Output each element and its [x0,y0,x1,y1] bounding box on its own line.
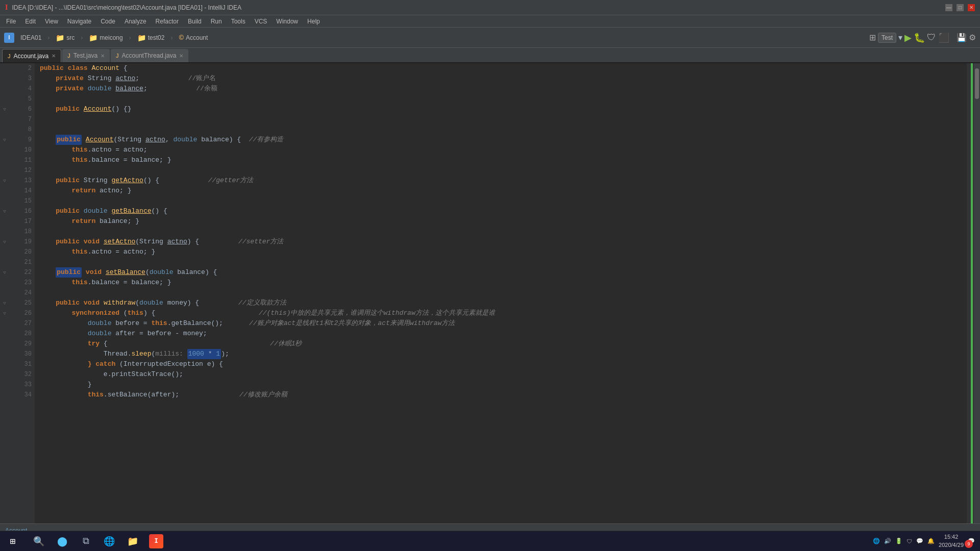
fold-marker-22[interactable]: ▽ [0,267,9,278]
menu-file[interactable]: File [2,17,20,26]
menu-build[interactable]: Build [184,17,206,26]
grid-icon[interactable]: ⊞ [869,33,876,42]
code-line-3: private String actno; //账户名 [40,73,962,84]
menu-view[interactable]: View [41,17,62,26]
breadcrumb-meicong[interactable]: 📁 meicong [86,33,126,43]
vertical-scrollbar[interactable] [974,63,980,523]
line-num-4: 4 [12,84,32,94]
gutter-change-bar [971,63,973,523]
menu-refactor[interactable]: Refactor [152,17,183,26]
code-line-9: public Account(String actno, double bala… [40,135,962,145]
meicong-label: meicong [100,34,122,41]
maximize-button[interactable]: □ [957,4,964,11]
debug-button[interactable]: 🐛 [914,32,925,43]
code-line-34: this.setBalance(after); //修改账户余额 [40,390,962,400]
taskbar-antivirus-icon: 🛡 [906,538,912,544]
taskbar-intellij[interactable]: I [145,531,167,552]
code-line-29: try { //休眠1秒 [40,339,962,349]
line-num-20: 20 [12,247,32,257]
code-line-8 [40,124,962,135]
taskbar-search[interactable]: 🔍 [28,531,50,552]
tab-test-java[interactable]: J Test.java ✕ [62,49,110,62]
menu-help[interactable]: Help [303,17,324,26]
scrollbar-thumb[interactable] [975,68,979,99]
menu-vcs[interactable]: VCS [251,17,272,26]
tab-accountthread-java[interactable]: J AccountThread.java ✕ [111,49,188,62]
start-button[interactable]: ⊞ [0,531,26,552]
taskbar-right: 🌐 🔊 🔋 🛡 💬 🔔 15:42 2020/4/29 💬 9 [868,533,980,549]
taskbar-datetime[interactable]: 15:42 2020/4/29 [939,533,964,549]
tab-close-account[interactable]: ✕ [52,53,56,59]
breadcrumb-sep-3: › [129,34,131,41]
code-line-7 [40,114,962,124]
fold-marker-6[interactable]: ▽ [0,104,9,114]
menu-run[interactable]: Run [207,17,226,26]
menu-window[interactable]: Window [272,17,302,26]
fold-marker-13[interactable]: ▽ [0,176,9,186]
code-line-30: Thread.sleep(millis: 1000 * 1); [40,349,962,359]
code-line-13: public String getActno() { //getter方法 [40,176,962,186]
menu-analyze[interactable]: Analyze [120,17,151,26]
line-num-3: 3 [12,73,32,84]
chevron-down-icon[interactable]: ▾ [898,33,902,42]
taskbar-explorer[interactable]: 📁 [121,531,144,552]
notification-area[interactable]: 💬 9 [968,538,975,544]
code-line-17: return balance; } [40,216,962,227]
line-num-29: 29 [12,339,32,349]
taskbar-network-icon: 🌐 [873,538,880,544]
breadcrumb-account[interactable]: © Account [176,33,211,42]
code-area[interactable]: public class Account { private String ac… [35,63,967,523]
fold-gutter: ▽ ▽ ▽ ▽ ▽ ▽ ▽ ▽ [0,63,9,523]
line-num-12: 12 [12,165,32,176]
taskbar-cortana[interactable]: ⬤ [51,531,74,552]
stop-button[interactable]: ⬛ [938,32,949,43]
notification-badge: 9 [965,540,973,548]
account-label: Account [186,34,208,41]
menu-tools[interactable]: Tools [227,17,250,26]
run-config-label: Test [878,33,896,43]
taskbar-browser[interactable]: 🌐 [98,531,120,552]
code-line-2: public class Account { [40,63,962,73]
fold-marker-25[interactable]: ▽ [0,298,9,308]
tab-label-test: Test.java [74,52,97,59]
fold-marker-19[interactable]: ▽ [0,237,9,247]
run-with-coverage-button[interactable]: 🛡 [927,32,936,43]
breadcrumb-idea01[interactable]: IDEA01 [17,33,44,42]
code-line-5 [40,94,962,104]
tab-close-accountthread[interactable]: ✕ [179,53,183,59]
line-num-21: 21 [12,257,32,267]
taskbar-notification[interactable]: 🔔 [927,538,935,544]
taskbar-taskview[interactable]: ⧉ [75,531,97,552]
save-button[interactable]: 💾 [957,33,967,42]
breadcrumb-test02[interactable]: 📁 test02 [134,33,168,43]
menu-code[interactable]: Code [96,17,119,26]
line-num-9: 9 [12,135,32,145]
breadcrumb-sep-1: › [47,34,50,41]
src-label: src [66,34,75,41]
toolbar: I IDEA01 › 📁 src › 📁 meicong › 📁 test02 … [0,28,980,48]
tab-close-test[interactable]: ✕ [101,53,105,59]
run-button[interactable]: ▶ [904,32,912,43]
line-num-17: 17 [12,216,32,227]
test02-label: test02 [148,34,165,41]
fold-marker-3[interactable] [0,73,9,84]
tab-label-accountthread: AccountThread.java [122,52,177,59]
breadcrumb-src[interactable]: 📁 src [53,33,78,43]
tab-account-java[interactable]: J Account.java ✕ [2,49,61,62]
breadcrumb-sep-4: › [170,34,173,41]
line-num-2: 2 [12,63,32,73]
close-button[interactable]: ✕ [968,4,975,11]
menu-navigate[interactable]: Navigate [63,17,95,26]
minimize-button[interactable]: — [945,4,952,11]
settings-button[interactable]: ⚙ [969,33,976,42]
taskbar-icons: 🔍 ⬤ ⧉ 🌐 📁 I [26,531,169,552]
taskbar-battery-icon: 🔋 [895,538,902,544]
menu-edit[interactable]: Edit [21,17,40,26]
line-num-7: 7 [12,114,32,124]
fold-marker-26[interactable]: ▽ [0,308,9,318]
fold-marker-9[interactable]: ▽ [0,135,9,145]
code-line-23: this.balance = balance; } [40,278,962,288]
code-line-24 [40,288,962,298]
fold-marker-16[interactable]: ▽ [0,206,9,216]
line-num-32: 32 [12,369,32,380]
